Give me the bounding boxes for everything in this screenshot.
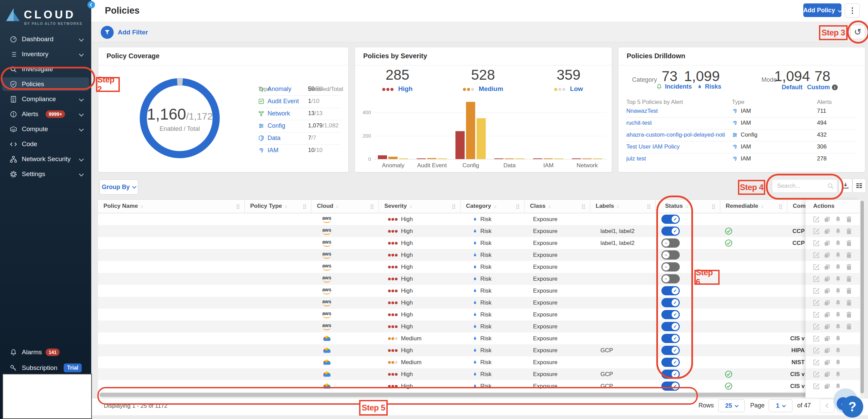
column-header-comp[interactable]: Comp xyxy=(787,199,805,213)
notify-bell-icon[interactable] xyxy=(834,216,842,223)
policy-link[interactable]: Test User IAM Policy xyxy=(626,143,680,150)
table-row[interactable]: awsHighRiskExposurelabel1, label2−CCP xyxy=(98,237,860,249)
incidents-label[interactable]: Incidents xyxy=(665,83,692,90)
edit-icon[interactable] xyxy=(813,228,820,235)
coverage-type-link[interactable]: Data xyxy=(268,135,280,142)
edit-icon[interactable] xyxy=(813,335,820,342)
coverage-type-link[interactable]: Network xyxy=(268,110,290,117)
clone-icon[interactable] xyxy=(823,239,831,247)
status-toggle[interactable]: − xyxy=(661,262,680,271)
notify-bell-icon[interactable] xyxy=(834,311,842,319)
search-input[interactable] xyxy=(776,181,825,191)
sidebar-item-subscription[interactable]: Subscription Trial xyxy=(2,361,89,375)
risks-label[interactable]: Risks xyxy=(705,83,721,90)
sidebar-item-compliance[interactable]: Compliance xyxy=(2,92,89,106)
prev-page-button[interactable] xyxy=(820,399,835,413)
sidebar-item-investigate[interactable]: Investigate xyxy=(2,62,89,76)
low-label[interactable]: Low xyxy=(570,85,583,92)
horizontal-scrollbar[interactable] xyxy=(99,392,860,398)
status-toggle[interactable]: − xyxy=(661,250,680,260)
column-header-severity[interactable]: Severity↓↑ xyxy=(379,199,460,213)
add-policy-button[interactable]: Add Policy xyxy=(803,3,841,17)
status-toggle[interactable]: ✓ xyxy=(661,322,680,331)
reset-filters-button[interactable]: ↺ xyxy=(850,25,865,39)
sort-icon[interactable]: ↓↑ xyxy=(336,204,338,209)
clone-icon[interactable] xyxy=(823,275,831,283)
delete-trash-icon[interactable] xyxy=(845,216,853,223)
column-header-category[interactable]: Category↓↑ xyxy=(460,199,524,213)
sidebar-item-settings[interactable]: Settings xyxy=(2,167,89,181)
edit-icon[interactable] xyxy=(813,263,820,271)
clone-icon[interactable] xyxy=(823,347,831,354)
notify-bell-icon[interactable] xyxy=(834,239,842,247)
edit-icon[interactable] xyxy=(813,347,820,354)
status-toggle[interactable]: − xyxy=(661,274,680,283)
edit-icon[interactable] xyxy=(813,383,820,390)
delete-trash-icon[interactable] xyxy=(845,263,853,271)
notify-bell-icon[interactable] xyxy=(834,287,842,295)
compliance-link[interactable]: CIS v xyxy=(775,368,805,380)
clone-icon[interactable] xyxy=(823,287,831,295)
notify-bell-icon[interactable] xyxy=(834,359,842,366)
table-row[interactable]: awsHighRiskExposure✓ xyxy=(98,297,860,309)
compliance-link[interactable]: HIPA xyxy=(775,344,805,356)
table-row[interactable]: awsHighRiskExposure− xyxy=(98,249,860,261)
sidebar-item-inventory[interactable]: Inventory xyxy=(2,47,89,61)
notify-bell-icon[interactable] xyxy=(834,228,842,235)
table-row[interactable]: awsHighRiskExposure✓ xyxy=(98,309,860,321)
clone-icon[interactable] xyxy=(823,311,831,319)
coverage-type-link[interactable]: Anomaly xyxy=(268,86,291,93)
table-row[interactable]: awsHighRiskExposurelabel1, label2✓CCP xyxy=(98,225,860,237)
column-drag-handle[interactable] xyxy=(582,204,585,209)
high-label[interactable]: High xyxy=(398,85,413,92)
edit-icon[interactable] xyxy=(813,299,820,307)
clone-icon[interactable] xyxy=(823,299,831,307)
sidebar-item-dashboard[interactable]: Dashboard xyxy=(2,32,89,46)
delete-trash-icon[interactable] xyxy=(845,287,853,295)
coverage-type-link[interactable]: IAM xyxy=(268,147,278,154)
delete-trash-icon[interactable] xyxy=(845,275,853,283)
column-drag-handle[interactable] xyxy=(452,204,455,209)
column-header-status[interactable]: Status↓↑ xyxy=(655,199,720,213)
status-toggle[interactable]: ✓ xyxy=(661,227,680,236)
edit-icon[interactable] xyxy=(813,216,820,223)
column-settings-button[interactable] xyxy=(852,179,866,193)
clone-icon[interactable] xyxy=(823,263,831,271)
clone-icon[interactable] xyxy=(823,228,831,235)
column-drag-handle[interactable] xyxy=(516,204,519,209)
sort-icon[interactable]: ↓↑ xyxy=(409,204,412,209)
add-filter-button[interactable]: Add Filter xyxy=(118,29,148,36)
sidebar-item-alarms[interactable]: Alarms 141 xyxy=(2,345,89,359)
compliance-link[interactable]: NIST xyxy=(775,356,805,368)
sidebar-item-alerts[interactable]: Alerts9999+ xyxy=(2,107,89,121)
table-row[interactable]: awsHighRiskExposure✓ xyxy=(98,321,860,332)
edit-icon[interactable] xyxy=(813,371,820,378)
custom-label[interactable]: Custom xyxy=(807,84,830,91)
policy-link[interactable]: NnawazTest xyxy=(626,108,658,114)
column-header-labels[interactable]: Labels↓↑ xyxy=(590,199,655,213)
column-header-cloud[interactable]: Cloud↓↑ xyxy=(311,199,379,213)
column-header-class[interactable]: Class↓↑ xyxy=(524,199,590,213)
status-toggle[interactable]: ✓ xyxy=(661,310,680,319)
clone-icon[interactable] xyxy=(823,216,831,223)
column-header-policy-name[interactable]: Policy Name↓↑ xyxy=(98,199,244,213)
delete-trash-icon[interactable] xyxy=(845,311,853,319)
compliance-link[interactable]: CCP xyxy=(775,237,805,249)
sidebar-item-network-security[interactable]: Network Security xyxy=(2,152,89,166)
kebab-menu-button[interactable]: ⋮ xyxy=(845,3,860,18)
column-header-policy-type[interactable]: Policy Type↓↑ xyxy=(244,199,311,213)
delete-trash-icon[interactable] xyxy=(845,228,853,235)
status-toggle[interactable]: ✓ xyxy=(661,382,680,391)
notify-bell-icon[interactable] xyxy=(834,335,842,342)
column-drag-handle[interactable] xyxy=(370,204,374,209)
edit-icon[interactable] xyxy=(813,239,820,247)
table-row[interactable]: awsHighRiskExposure✓ xyxy=(98,213,860,225)
help-button[interactable]: ? xyxy=(841,396,863,418)
medium-label[interactable]: Medium xyxy=(479,85,503,92)
policy-link[interactable]: julz test xyxy=(626,155,646,162)
notify-bell-icon[interactable] xyxy=(834,383,842,390)
download-button[interactable] xyxy=(839,179,852,193)
group-by-button[interactable]: Group By xyxy=(99,180,138,195)
sort-icon[interactable]: ↓↑ xyxy=(760,204,763,209)
column-drag-handle[interactable] xyxy=(647,204,650,209)
